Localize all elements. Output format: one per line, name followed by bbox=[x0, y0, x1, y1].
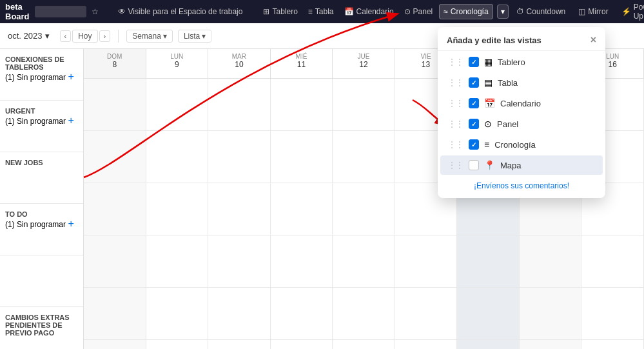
popup-item-4[interactable]: ⋮⋮ ✓ ≡ Cronología bbox=[440, 135, 603, 154]
lista-button[interactable]: Lista ▾ bbox=[178, 30, 211, 43]
powerup-tool[interactable]: ⚡ Power-Up bbox=[616, 0, 644, 23]
day-header-11: MIÉ11 bbox=[271, 49, 333, 78]
grid-cell-2-1[interactable] bbox=[146, 183, 209, 235]
checkbox-3[interactable]: ✓ bbox=[469, 119, 479, 129]
section-sub-3[interactable]: (1) Sin programar + bbox=[5, 218, 78, 230]
grid-cell-5-3[interactable] bbox=[271, 340, 333, 349]
popup-close-button[interactable]: × bbox=[590, 35, 596, 45]
checkbox-4[interactable]: ✓ bbox=[469, 139, 479, 150]
prev-button[interactable]: ‹ bbox=[60, 30, 72, 42]
nav-panel[interactable]: ⊙ Panel bbox=[400, 5, 437, 19]
nav-tablero[interactable]: ⊞ Tablero bbox=[259, 5, 301, 19]
grid-cell-3-4[interactable] bbox=[333, 235, 395, 287]
section-sub-1[interactable]: (1) Sin programar + bbox=[5, 115, 78, 126]
board-name-input[interactable] bbox=[35, 6, 86, 17]
grid-cell-3-3[interactable] bbox=[271, 235, 333, 287]
checkbox-2[interactable]: ✓ bbox=[469, 98, 479, 108]
add-icon-1[interactable]: + bbox=[68, 115, 73, 126]
grid-cell-4-8[interactable] bbox=[581, 288, 644, 339]
tabla-icon: ≡ bbox=[308, 7, 313, 16]
popup-item-1[interactable]: ⋮⋮ ✓ ▤ Tabla bbox=[440, 73, 603, 92]
nav-calendario[interactable]: 📅 Calendario bbox=[340, 5, 398, 19]
grid-cell-4-4[interactable] bbox=[333, 288, 395, 339]
drag-handle-2[interactable]: ⋮⋮ bbox=[448, 99, 463, 108]
add-icon-0[interactable]: + bbox=[68, 71, 73, 82]
date-selector[interactable]: oct. 2023 ▾ bbox=[8, 31, 50, 41]
checkbox-5[interactable] bbox=[469, 160, 479, 170]
drag-handle-0[interactable]: ⋮⋮ bbox=[448, 57, 463, 66]
grid-cell-3-5[interactable] bbox=[395, 235, 458, 287]
semana-dropdown-icon: ▾ bbox=[163, 32, 167, 41]
grid-cell-5-5[interactable] bbox=[395, 340, 458, 349]
grid-cell-3-6[interactable] bbox=[457, 235, 520, 287]
grid-cell-3-2[interactable] bbox=[208, 235, 271, 287]
today-button[interactable]: Hoy bbox=[72, 30, 97, 43]
grid-cell-4-1[interactable] bbox=[146, 288, 209, 339]
next-button[interactable]: › bbox=[99, 30, 111, 42]
date-dropdown-icon: ▾ bbox=[45, 31, 50, 41]
grid-cell-4-2[interactable] bbox=[208, 288, 271, 339]
popup-item-0[interactable]: ⋮⋮ ✓ ▦ Tablero bbox=[440, 52, 603, 72]
checkbox-1[interactable]: ✓ bbox=[469, 77, 479, 88]
grid-cell-4-7[interactable] bbox=[520, 288, 582, 339]
section-label-3: TO DO(1) Sin programar + bbox=[0, 204, 83, 255]
checkbox-0[interactable]: ✓ bbox=[469, 57, 479, 67]
view-icon-1: ▤ bbox=[484, 77, 493, 88]
grid-cell-4-0[interactable] bbox=[84, 288, 146, 339]
grid-cell-1-4[interactable] bbox=[333, 131, 395, 183]
lista-dropdown-icon: ▾ bbox=[202, 32, 206, 41]
day-header-10: MAR10 bbox=[208, 49, 271, 78]
semana-button[interactable]: Semana ▾ bbox=[126, 30, 173, 43]
countdown-tool[interactable]: ⏱ Countdown bbox=[511, 5, 571, 19]
grid-cell-3-8[interactable] bbox=[581, 235, 644, 287]
views-dropdown-popup: Añada y edite las vistas × ⋮⋮ ✓ ▦ Tabler… bbox=[438, 27, 605, 198]
grid-cell-5-0[interactable] bbox=[84, 340, 146, 349]
views-dropdown-button[interactable]: ▾ bbox=[497, 5, 509, 19]
add-icon-3[interactable]: + bbox=[68, 218, 73, 229]
grid-cell-0-2[interactable] bbox=[208, 79, 271, 130]
powerup-icon: ⚡ bbox=[621, 7, 631, 16]
drag-handle-4[interactable]: ⋮⋮ bbox=[448, 140, 463, 149]
grid-cell-1-3[interactable] bbox=[271, 131, 333, 183]
grid-cell-4-5[interactable] bbox=[395, 288, 458, 339]
grid-cell-1-0[interactable] bbox=[84, 131, 146, 183]
grid-cell-0-4[interactable] bbox=[333, 79, 395, 130]
grid-cell-5-4[interactable] bbox=[333, 340, 395, 349]
grid-cell-5-8[interactable] bbox=[581, 340, 644, 349]
day-header-12: JUE12 bbox=[333, 49, 395, 78]
grid-cell-5-6[interactable] bbox=[457, 340, 520, 349]
grid-cell-1-1[interactable] bbox=[146, 131, 209, 183]
popup-item-3[interactable]: ⋮⋮ ✓ ⊙ Panel bbox=[440, 114, 603, 134]
drag-handle-5[interactable]: ⋮⋮ bbox=[448, 161, 463, 170]
feedback-link[interactable]: ¡Envíenos sus comentarios! bbox=[474, 181, 569, 190]
popup-item-2[interactable]: ⋮⋮ ✓ 📅 Calendario bbox=[440, 94, 603, 113]
grid-cell-0-0[interactable] bbox=[84, 79, 146, 130]
mirror-tool[interactable]: ◫ Mirror bbox=[573, 5, 613, 19]
grid-cell-3-1[interactable] bbox=[146, 235, 209, 287]
grid-cell-1-2[interactable] bbox=[208, 131, 271, 183]
grid-cell-2-2[interactable] bbox=[208, 183, 271, 235]
grid-cell-5-2[interactable] bbox=[208, 340, 271, 349]
grid-cell-4-6[interactable] bbox=[457, 288, 520, 339]
popup-item-5[interactable]: ⋮⋮ 📍 Mapa bbox=[440, 155, 603, 175]
grid-cell-2-3[interactable] bbox=[271, 183, 333, 235]
grid-cell-5-7[interactable] bbox=[520, 340, 582, 349]
day-header-9: LUN9 bbox=[146, 49, 209, 78]
panel-icon: ⊙ bbox=[404, 7, 411, 16]
grid-cell-0-3[interactable] bbox=[271, 79, 333, 130]
section-sub-0[interactable]: (1) Sin programar + bbox=[5, 71, 78, 83]
grid-cell-0-1[interactable] bbox=[146, 79, 209, 130]
grid-cell-2-0[interactable] bbox=[84, 183, 146, 235]
nav-visible[interactable]: 👁 Visible para el Espacio de trabajo bbox=[114, 5, 247, 19]
view-label-5: Mapa bbox=[500, 161, 522, 170]
grid-cell-3-7[interactable] bbox=[520, 235, 582, 287]
grid-cell-3-0[interactable] bbox=[84, 235, 146, 287]
nav-cronologia[interactable]: ≈ Cronología bbox=[439, 4, 493, 19]
grid-cell-4-3[interactable] bbox=[271, 288, 333, 339]
nav-tabla[interactable]: ≡ Tabla bbox=[304, 5, 338, 19]
drag-handle-3[interactable]: ⋮⋮ bbox=[448, 119, 463, 128]
grid-cell-5-1[interactable] bbox=[146, 340, 209, 349]
drag-handle-1[interactable]: ⋮⋮ bbox=[448, 78, 463, 87]
star-icon[interactable]: ☆ bbox=[92, 7, 99, 16]
grid-cell-2-4[interactable] bbox=[333, 183, 395, 235]
